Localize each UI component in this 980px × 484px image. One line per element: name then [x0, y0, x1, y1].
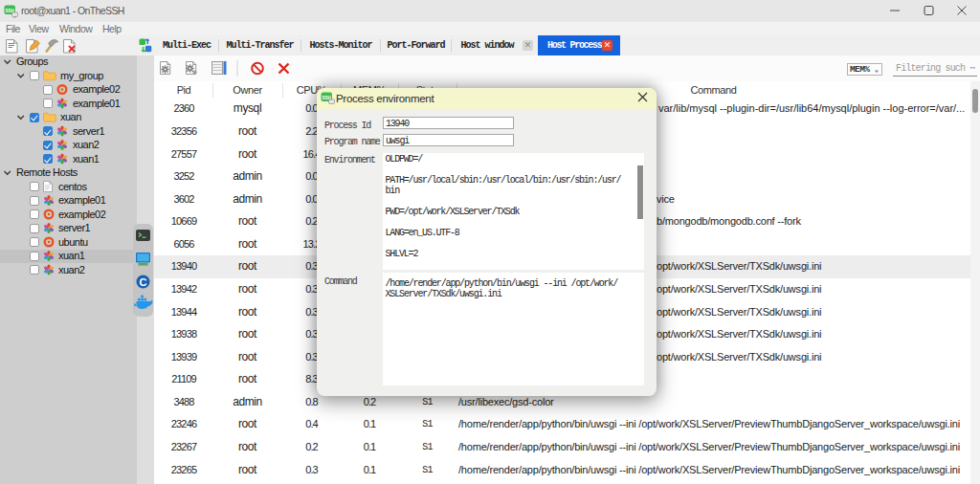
svg-text:C: C [140, 276, 147, 288]
